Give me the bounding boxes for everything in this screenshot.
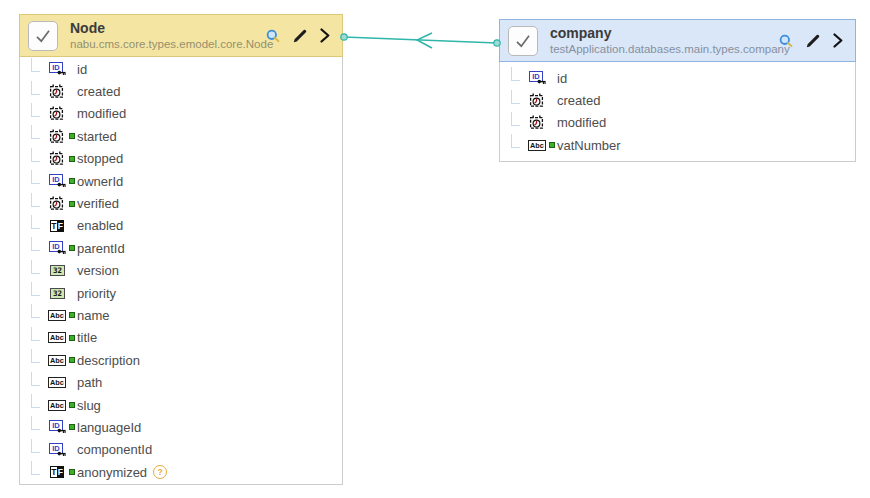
entity-subtitle: nabu.cms.core.types.emodel.core.Node — [70, 37, 266, 51]
field-label: version — [77, 263, 119, 278]
svg-text:F: F — [58, 221, 63, 231]
help-icon[interactable]: ? — [153, 465, 167, 479]
tree-connector-icon — [31, 58, 40, 72]
id-type-icon: ID — [47, 443, 67, 457]
field-row-version[interactable]: 32 version — [20, 260, 342, 282]
field-row-ownerId[interactable]: ID ownerId — [20, 170, 342, 192]
boolean-type-icon: T F — [47, 466, 67, 478]
datetime-type-icon — [527, 115, 547, 130]
string-type-icon: Abc — [47, 332, 67, 343]
svg-text:Abc: Abc — [530, 141, 544, 150]
field-row-id[interactable]: ID id — [20, 58, 342, 80]
tree-connector-icon — [511, 112, 520, 126]
tree-connector-icon — [31, 125, 40, 139]
edit-pencil-icon[interactable] — [293, 29, 307, 43]
entity-header[interactable]: company testApplication.databases.main.t… — [499, 19, 856, 62]
field-row-title[interactable]: Abc title — [20, 327, 342, 349]
field-row-description[interactable]: Abc description — [20, 349, 342, 371]
optional-marker-icon — [69, 402, 75, 408]
tree-connector-icon — [31, 416, 40, 430]
entity-checkbox[interactable] — [508, 26, 538, 56]
field-label: id — [557, 71, 567, 86]
tree-connector-icon — [31, 394, 40, 408]
field-label: modified — [77, 106, 126, 121]
tree-connector-icon — [31, 81, 40, 95]
field-row-slug[interactable]: Abc slug — [20, 394, 342, 416]
search-icon[interactable] — [266, 29, 280, 43]
optional-marker-icon — [69, 469, 75, 475]
field-label: started — [77, 129, 117, 144]
svg-text:T: T — [51, 467, 57, 477]
tree-connector-icon — [31, 372, 40, 386]
entity-card-company[interactable]: company testApplication.databases.main.t… — [499, 19, 856, 162]
diagram-canvas[interactable]: Node nabu.cms.core.types.emodel.core.Nod… — [0, 0, 870, 498]
search-icon[interactable] — [779, 34, 793, 48]
tree-connector-icon — [31, 148, 40, 162]
tree-connector-icon — [511, 67, 520, 81]
optional-marker-icon — [69, 178, 75, 184]
field-label: title — [77, 330, 97, 345]
string-type-icon: Abc — [47, 377, 67, 388]
optional-marker-icon — [69, 424, 75, 430]
string-type-icon: Abc — [47, 400, 67, 411]
field-label: verified — [77, 196, 119, 211]
tree-connector-icon — [31, 237, 40, 251]
tree-connector-icon — [31, 304, 40, 318]
edit-pencil-icon[interactable] — [806, 34, 820, 48]
entity-subtitle: testApplication.databases.main.types.com… — [550, 42, 779, 56]
tree-connector-icon — [31, 349, 40, 363]
tree-connector-icon — [31, 439, 40, 453]
field-label: modified — [557, 115, 606, 130]
field-row-id[interactable]: ID id — [500, 67, 855, 89]
field-row-modified[interactable]: modified — [500, 112, 855, 134]
field-row-componentId[interactable]: ID componentId — [20, 439, 342, 461]
field-row-stopped[interactable]: stopped — [20, 148, 342, 170]
field-row-modified[interactable]: modified — [20, 103, 342, 125]
optional-marker-icon — [69, 156, 75, 162]
entity-header[interactable]: Node nabu.cms.core.types.emodel.core.Nod… — [19, 14, 343, 57]
optional-marker-icon — [69, 357, 75, 363]
field-label: vatNumber — [557, 138, 621, 153]
field-label: parentId — [77, 241, 125, 256]
tree-connector-icon — [511, 90, 520, 104]
field-label: anonymized — [77, 465, 147, 480]
field-row-verified[interactable]: verified — [20, 192, 342, 214]
id-type-icon: ID — [47, 420, 67, 434]
field-label: languageId — [77, 420, 141, 435]
field-row-parentId[interactable]: ID parentId — [20, 237, 342, 259]
field-label: componentId — [77, 442, 152, 457]
optional-marker-icon — [69, 245, 75, 251]
field-row-started[interactable]: started — [20, 125, 342, 147]
field-label: created — [77, 84, 120, 99]
tree-connector-icon — [31, 327, 40, 341]
checkmark-icon — [31, 24, 55, 48]
id-type-icon: ID — [527, 71, 547, 85]
entity-checkbox[interactable] — [28, 21, 58, 51]
field-row-languageId[interactable]: ID languageId — [20, 416, 342, 438]
tree-connector-icon — [511, 134, 520, 148]
field-row-path[interactable]: Abc path — [20, 371, 342, 393]
field-list: ID id created modified Abc vatNumber — [500, 62, 855, 161]
field-row-anonymized[interactable]: T F anonymized? — [20, 461, 342, 483]
svg-text:Abc: Abc — [50, 334, 64, 343]
field-row-created[interactable]: created — [20, 80, 342, 102]
string-type-icon: Abc — [527, 140, 547, 151]
entity-title: Node — [70, 20, 266, 37]
field-row-priority[interactable]: 32 priority — [20, 282, 342, 304]
optional-marker-icon — [549, 142, 555, 148]
field-row-vatNumber[interactable]: Abc vatNumber — [500, 134, 855, 156]
chevron-right-icon[interactable] — [320, 28, 330, 43]
entity-card-node[interactable]: Node nabu.cms.core.types.emodel.core.Nod… — [19, 14, 343, 485]
svg-text:T: T — [51, 221, 57, 231]
chevron-right-icon[interactable] — [833, 33, 843, 48]
field-row-created[interactable]: created — [500, 89, 855, 111]
field-row-name[interactable]: Abc name — [20, 304, 342, 326]
svg-text:32: 32 — [52, 267, 61, 276]
tree-connector-icon — [31, 170, 40, 184]
svg-text:Abc: Abc — [50, 311, 64, 320]
datetime-type-icon — [47, 151, 67, 166]
field-label: path — [77, 375, 102, 390]
optional-marker-icon — [69, 312, 75, 318]
field-row-enabled[interactable]: T F enabled — [20, 215, 342, 237]
int32-type-icon: 32 — [47, 265, 67, 276]
